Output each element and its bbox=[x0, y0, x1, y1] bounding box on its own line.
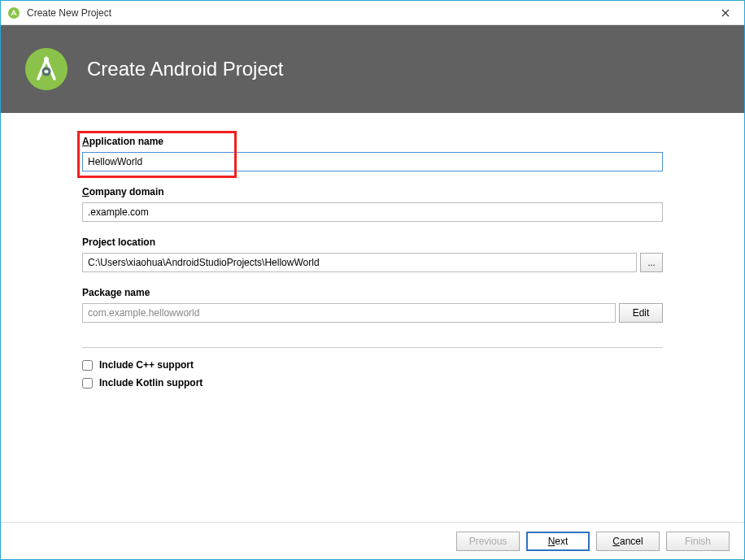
company-domain-input[interactable] bbox=[82, 202, 663, 222]
browse-button[interactable]: ... bbox=[640, 253, 663, 272]
application-name-group: Application name bbox=[82, 136, 663, 171]
android-studio-icon bbox=[7, 7, 20, 20]
footer-buttons: Previous Next Cancel Finish bbox=[1, 522, 744, 559]
cpp-support-label[interactable]: Include C++ support bbox=[99, 359, 194, 371]
separator bbox=[82, 347, 663, 348]
company-domain-label: Company domain bbox=[82, 186, 663, 198]
application-name-input[interactable] bbox=[82, 152, 663, 171]
svg-point-2 bbox=[44, 57, 49, 62]
project-location-label: Project location bbox=[82, 237, 663, 248]
svg-point-0 bbox=[8, 7, 20, 19]
kotlin-support-row: Include Kotlin support bbox=[82, 377, 663, 389]
project-location-input[interactable] bbox=[82, 253, 637, 272]
project-location-group: Project location ... bbox=[82, 237, 663, 272]
android-studio-logo bbox=[24, 46, 69, 92]
edit-package-button[interactable]: Edit bbox=[619, 303, 663, 323]
finish-button: Finish bbox=[666, 532, 730, 551]
content-area: Application name Company domain Project … bbox=[1, 113, 744, 522]
close-button[interactable] bbox=[707, 1, 744, 25]
wizard-window: Create New Project Create Android Projec… bbox=[0, 0, 745, 560]
kotlin-support-label[interactable]: Include Kotlin support bbox=[99, 377, 203, 389]
cpp-support-row: Include C++ support bbox=[82, 359, 663, 371]
cpp-support-checkbox[interactable] bbox=[82, 360, 93, 371]
kotlin-support-checkbox[interactable] bbox=[82, 378, 93, 389]
package-name-group: Package name Edit bbox=[82, 287, 663, 323]
previous-button: Previous bbox=[456, 532, 520, 551]
package-name-label: Package name bbox=[82, 287, 663, 298]
titlebar: Create New Project bbox=[1, 1, 744, 25]
cancel-button[interactable]: Cancel bbox=[596, 532, 660, 551]
banner-title: Create Android Project bbox=[87, 58, 283, 80]
application-name-label: Application name bbox=[82, 136, 663, 147]
header-banner: Create Android Project bbox=[1, 25, 744, 113]
package-name-input bbox=[82, 303, 616, 323]
company-domain-group: Company domain bbox=[82, 186, 663, 222]
window-title: Create New Project bbox=[27, 7, 111, 19]
next-button[interactable]: Next bbox=[526, 532, 590, 551]
